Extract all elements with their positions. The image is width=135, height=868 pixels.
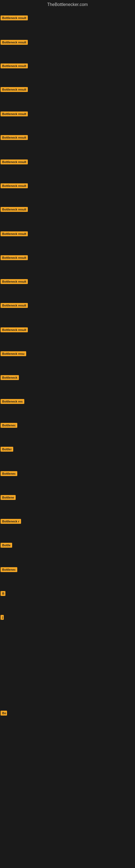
bottleneck-result-label: Bottler	[1, 447, 13, 452]
bottleneck-result-label: Bottlenec	[1, 471, 17, 476]
bottleneck-result-label: Bottleneck r	[1, 519, 21, 524]
bottleneck-result-label: Bottleneck result	[1, 207, 28, 212]
bottleneck-result-label: Bottleneck result	[1, 279, 28, 284]
bottleneck-result-label: Bottleneck result	[1, 16, 28, 20]
bottleneck-result-label: |	[1, 615, 4, 620]
bottleneck-result-label: Bottleneck res	[1, 399, 24, 404]
bottleneck-result-label: Bottleneck resu	[1, 351, 26, 356]
bottleneck-result-label: Bottleneck result	[1, 303, 28, 308]
bottleneck-result-label: Bottleneck result	[1, 255, 28, 260]
bottleneck-result-label: Bottleneck	[1, 375, 19, 380]
bottleneck-result-label: Bottleneck result	[1, 63, 28, 68]
bottleneck-result-label: Bottleneck result	[1, 135, 28, 140]
bottleneck-result-label: Bottleneck result	[1, 112, 28, 116]
site-title: TheBottlenecker.com	[0, 0, 135, 9]
bottleneck-result-label: Bo	[1, 711, 7, 716]
bottleneck-result-label: Bottleneck result	[1, 183, 28, 188]
bottleneck-result-label: Bottle	[1, 543, 12, 548]
bottleneck-result-label: B	[1, 591, 5, 596]
bottleneck-result-label: Bottleneck result	[1, 87, 28, 92]
bottleneck-result-label: Bottlenec	[1, 567, 17, 572]
bottleneck-result-label: Bottleneck result	[1, 159, 28, 164]
bottleneck-result-label: Bottlenec	[1, 423, 17, 428]
bottleneck-result-label: Bottlene	[1, 495, 16, 500]
bottleneck-result-label: Bottleneck result	[1, 40, 28, 45]
bottleneck-result-label: Bottleneck result	[1, 231, 28, 236]
bottleneck-result-label: Bottleneck result	[1, 328, 28, 332]
